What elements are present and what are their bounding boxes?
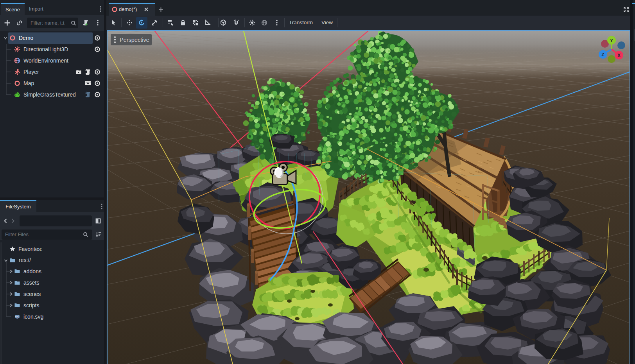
svg-text:Perspective: Perspective <box>120 37 149 43</box>
svg-text:Z: Z <box>601 52 604 57</box>
svg-text:X: X <box>617 53 621 58</box>
svg-text:Y: Y <box>610 38 613 43</box>
